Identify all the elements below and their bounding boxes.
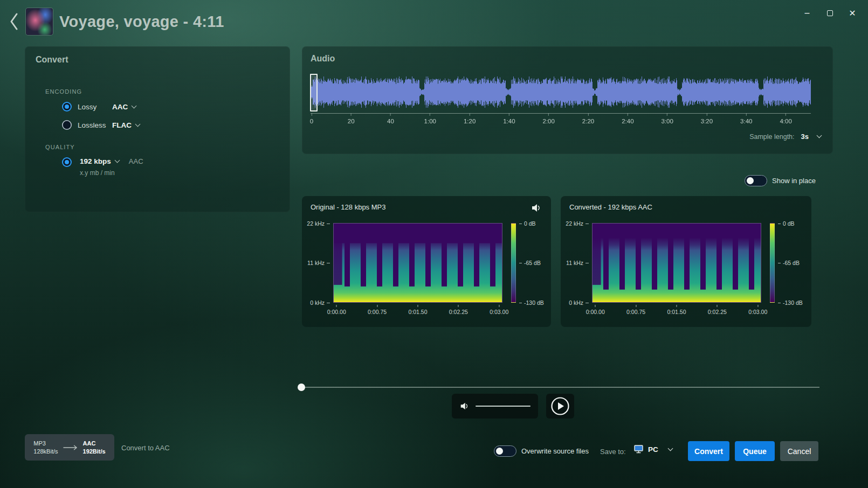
audio-panel-title: Audio [311,54,824,64]
db-colorbar [511,223,516,303]
sample-length-dropdown[interactable]: 3s [801,133,821,141]
minimize-button[interactable]: – [798,5,816,20]
time-axis: 0:00.00 0:00.75 0:01.50 0:02.25 0:03.00 [333,305,502,317]
quality-option-row: 192 kbps AAC x.y mb / min [62,157,279,177]
lossy-label: Lossy [78,103,112,111]
arrow-right-icon [63,444,78,451]
overwrite-label: Overwrite source files [521,447,589,455]
spectrogram-original-title: Original - 128 kbps MP3 [311,203,385,211]
page-title: Voyage, voyage - 4:11 [59,13,224,31]
show-in-place-toggle[interactable] [745,175,767,186]
lossy-radio[interactable] [62,102,72,111]
timeline-tick: 3:20 [701,113,713,124]
save-to-label: Save to: [600,448,626,456]
sample-selection-handle[interactable] [310,74,318,111]
timeline-tick: 0 [310,113,313,124]
converter-window: Voyage, voyage - 4:11 – ✕ Convert ENCODI… [0,0,868,488]
back-button[interactable] [4,12,24,32]
chevron-down-icon [817,133,822,138]
quality-details: 192 kbps AAC x.y mb / min [80,157,143,177]
play-button[interactable] [546,394,574,419]
show-in-place-row: Show in place [745,175,816,186]
source-format-badge: MP3 128kBit/s [33,440,58,455]
db-axis: 0 dB -65 dB -130 dB [778,223,808,303]
size-estimate-label: x.y mb / min [80,169,143,177]
overwrite-row: Overwrite source files [494,445,589,457]
timeline-tick: 4:00 [780,113,791,124]
convert-button[interactable]: Convert [688,441,729,461]
maximize-button[interactable] [821,5,839,20]
show-in-place-label: Show in place [772,177,816,185]
timeline-tick: 3:40 [740,113,752,124]
spectrogram-plot-original [333,223,502,303]
queue-button[interactable]: Queue [735,441,775,461]
spectrogram-card-converted: Converted - 192 kbps AAC 22 kHz 11 kHz 0… [561,196,811,327]
lossy-format-dropdown[interactable]: AAC [112,103,136,111]
waveform[interactable] [311,75,811,109]
window-controls: – ✕ [798,5,862,20]
action-label: Convert to AAC [121,444,170,452]
toggle-knob [496,448,503,455]
lossy-format-value: AAC [112,103,128,111]
sample-length-row: Sample length: 3s [749,133,821,141]
bitrate-value: 192 kbps [80,157,111,165]
volume-slider[interactable] [476,406,531,407]
speaker-icon[interactable] [528,201,543,216]
quality-radio[interactable] [62,157,72,167]
lossless-radio[interactable] [62,120,72,130]
quality-format-label: AAC [129,157,143,165]
target-format-badge: AAC 192Bit/s [83,440,106,455]
timeline-tick: 2:20 [582,113,594,124]
chevron-left-icon [9,12,19,31]
volume-control [452,394,538,419]
lossless-format-dropdown[interactable]: FLAC [112,121,140,129]
chevron-down-icon [132,103,137,108]
chevron-down-icon [135,121,141,127]
save-target-dropdown[interactable]: PC [634,445,672,454]
cancel-button[interactable]: Cancel [780,441,818,461]
timeline-tick: 3:00 [661,113,673,124]
pc-icon [634,445,644,454]
toggle-knob [747,177,754,184]
sample-length-value: 3s [801,133,809,141]
overwrite-toggle[interactable] [494,445,516,457]
chevron-down-icon [667,445,673,451]
spectrogram-plot-converted [592,223,761,303]
time-axis: 0:00.00 0:00.75 0:01.50 0:02.25 0:03.00 [592,305,761,317]
lossless-label: Lossless [78,121,112,129]
lossless-format-value: FLAC [112,121,132,129]
sample-length-label: Sample length: [749,133,794,141]
close-button[interactable]: ✕ [843,5,862,20]
spectrogram-card-original: Original - 128 kbps MP3 22 kHz 11 kHz 0 … [302,196,551,327]
seek-handle[interactable] [298,384,305,391]
album-art [26,8,53,35]
timeline-tick: 20 [348,113,355,124]
encoding-label: ENCODING [45,88,279,95]
bitrate-dropdown[interactable]: 192 kbps [80,157,119,165]
convert-panel: Convert ENCODING Lossy AAC Lossless FLAC… [25,46,290,212]
timeline-axis: 0 20 40 1:00 1:20 1:40 2:00 2:20 2:40 3:… [311,113,811,133]
spectrogram-converted-title: Converted - 192 kbps AAC [569,203,652,211]
timeline-tick: 1:40 [503,113,515,124]
timeline-baseline [311,113,811,114]
maximize-icon [827,10,833,16]
audio-panel: Audio 0 20 40 1:00 1:20 1:40 2:00 2:20 2… [302,46,833,154]
seek-track[interactable] [302,387,819,388]
lossy-option-row: Lossy AAC [62,102,279,111]
convert-panel-title: Convert [36,55,279,65]
timeline-tick: 40 [387,113,394,124]
chevron-down-icon [114,158,120,163]
frequency-axis: 22 kHz 11 kHz 0 kHz [561,223,590,303]
timeline-tick: 2:40 [622,113,633,124]
conversion-badge: MP3 128kBit/s AAC 192Bit/s [25,434,114,461]
timeline-tick: 2:00 [543,113,555,124]
lossless-option-row: Lossless FLAC [62,120,279,130]
db-colorbar [770,223,775,303]
db-axis: 0 dB -65 dB -130 dB [519,223,549,303]
frequency-axis: 22 kHz 11 kHz 0 kHz [302,223,331,303]
quality-label: QUALITY [45,144,279,150]
timeline-tick: 1:20 [464,113,476,124]
save-target-value: PC [648,445,658,454]
play-icon [550,396,570,416]
timeline-tick: 1:00 [424,113,436,124]
